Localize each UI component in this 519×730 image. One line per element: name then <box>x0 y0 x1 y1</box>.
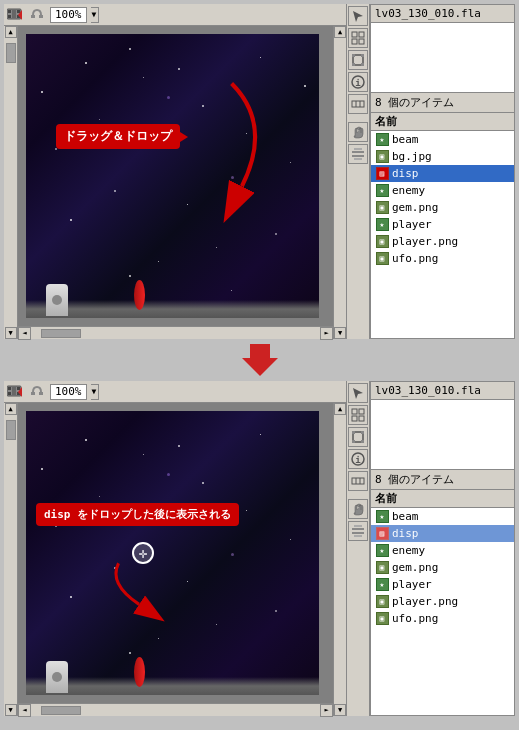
library-items-1: ★ beam ▣ bg.jpg ▨ disp ★ enemy ▣ gem.p <box>371 131 514 338</box>
svg-rect-8 <box>39 15 43 18</box>
lib-icon-ufopng-1: ▣ <box>375 252 389 266</box>
lib-label-enemy-2: enemy <box>392 544 425 557</box>
lib-label-gempng-2: gem.png <box>392 561 438 574</box>
tool-transform-2[interactable] <box>348 427 368 447</box>
library-count-1: 8 個のアイテム <box>371 93 514 113</box>
lib-label-ufopng-2: ufo.png <box>392 612 438 625</box>
svg-rect-3 <box>8 15 11 18</box>
vscroll-track-1 <box>5 38 17 327</box>
lib-label-beam-1: beam <box>392 133 419 146</box>
film-icon-2 <box>6 384 24 400</box>
lib-item-beam-1[interactable]: ★ beam <box>371 131 514 148</box>
tool-hand[interactable] <box>348 122 368 142</box>
between-arrow <box>4 345 515 375</box>
lib-icon-disp-1: ▨ <box>375 167 389 181</box>
hscroll-right-2[interactable]: ► <box>320 704 333 717</box>
library-header-1: 名前 <box>371 113 514 131</box>
zoom-value-2[interactable]: 100% <box>50 384 87 400</box>
tool-info-2[interactable]: i <box>348 449 368 469</box>
tool-layers[interactable] <box>348 144 368 164</box>
svg-rect-55 <box>352 532 364 534</box>
svg-rect-25 <box>352 151 364 153</box>
hscroll-right-1[interactable]: ► <box>320 327 333 340</box>
svg-rect-13 <box>352 39 357 44</box>
svg-rect-2 <box>17 10 20 13</box>
tool-info[interactable]: i <box>348 72 368 92</box>
lib-icon-enemy-2: ★ <box>375 544 389 558</box>
lib-item-gempng-1[interactable]: ▣ gem.png <box>371 199 514 216</box>
magnet-icon-2 <box>28 384 46 400</box>
svg-rect-17 <box>361 54 364 57</box>
hscroll-2[interactable]: ◄ ► <box>18 703 333 716</box>
lib-item-ufopng-1[interactable]: ▣ ufo.png <box>371 250 514 267</box>
canvas-main-2: ✛ disp をドロップした後に表示される <box>18 403 333 716</box>
lib-item-player-2[interactable]: ★ player <box>371 576 514 593</box>
hscroll-left-1[interactable]: ◄ <box>18 327 31 340</box>
vscroll-track-2 <box>5 415 17 704</box>
tool-arrow[interactable] <box>348 6 368 26</box>
svg-rect-56 <box>354 525 362 527</box>
lib-item-bgjpg-1[interactable]: ▣ bg.jpg <box>371 148 514 165</box>
svg-rect-32 <box>8 392 11 395</box>
svg-rect-11 <box>352 32 357 37</box>
toolbar-2: 100% ▼ <box>4 381 346 403</box>
svg-marker-39 <box>353 388 363 399</box>
callout-1: ドラッグ＆ドロップ <box>56 124 180 149</box>
lib-icon-gempng-2: ▣ <box>375 561 389 575</box>
lib-item-ufopng-2[interactable]: ▣ ufo.png <box>371 610 514 627</box>
main-container: 100% ▼ ▲ ▼ <box>0 0 519 730</box>
lib-item-disp-2[interactable]: ▨ disp <box>371 525 514 542</box>
svg-rect-14 <box>359 39 364 44</box>
tool-grid[interactable] <box>348 28 368 48</box>
svg-rect-22 <box>352 101 364 107</box>
svg-rect-37 <box>39 392 43 395</box>
zoom-dropdown-1[interactable]: ▼ <box>91 7 99 23</box>
tool-resize-2[interactable] <box>348 471 368 491</box>
canvas-main-1: ドラッグ＆ドロップ ◄ ► <box>18 26 333 339</box>
stage-bg-1: ドラッグ＆ドロップ <box>26 34 319 318</box>
hscroll-left-2[interactable]: ◄ <box>18 704 31 717</box>
hscroll-1[interactable]: ◄ ► <box>18 326 333 339</box>
lib-label-beam-2: beam <box>392 510 419 523</box>
svg-text:i: i <box>355 455 361 465</box>
svg-rect-26 <box>352 155 364 157</box>
stage-bg-2: ✛ disp をドロップした後に表示される <box>26 411 319 695</box>
lib-item-enemy-2[interactable]: ★ enemy <box>371 542 514 559</box>
svg-rect-47 <box>352 440 355 443</box>
vscroll-right-1[interactable]: ▲ ▼ <box>333 26 346 339</box>
tool-layers-2[interactable] <box>348 521 368 541</box>
svg-rect-41 <box>359 409 364 414</box>
tool-transform[interactable] <box>348 50 368 70</box>
tool-grid-2[interactable] <box>348 405 368 425</box>
svg-rect-43 <box>359 416 364 421</box>
library-items-2: ★ beam ▨ disp ★ enemy ▣ gem.png ★ play <box>371 508 514 715</box>
lib-item-beam-2[interactable]: ★ beam <box>371 508 514 525</box>
zoom-dropdown-2[interactable]: ▼ <box>91 384 99 400</box>
svg-rect-19 <box>361 63 364 66</box>
lib-item-player-1[interactable]: ★ player <box>371 216 514 233</box>
lib-item-gempng-2[interactable]: ▣ gem.png <box>371 559 514 576</box>
lib-item-disp-1[interactable]: ▨ disp <box>371 165 514 182</box>
library-title-2: lv03_130_010.fla <box>371 382 514 400</box>
lib-label-player-2: player <box>392 578 432 591</box>
library-preview-1 <box>371 23 514 93</box>
vscroll-2[interactable]: ▲ ▼ <box>4 403 18 716</box>
lib-item-enemy-1[interactable]: ★ enemy <box>371 182 514 199</box>
vscroll-1[interactable]: ▲ ▼ <box>4 26 18 339</box>
lib-item-playerpng-1[interactable]: ▣ player.png <box>371 233 514 250</box>
zoom-value-1[interactable]: 100% <box>50 7 87 23</box>
tool-hand-2[interactable] <box>348 499 368 519</box>
lib-label-bgjpg-1: bg.jpg <box>392 150 432 163</box>
library-panel-2: lv03_130_010.fla 8 個のアイテム 名前 ★ beam ▨ di… <box>370 381 515 716</box>
vscroll-right-2[interactable]: ▲ ▼ <box>333 403 346 716</box>
lib-label-ufopng-1: ufo.png <box>392 252 438 265</box>
lib-icon-beam-2: ★ <box>375 510 389 524</box>
library-panel-1: lv03_130_010.fla 8 個のアイテム 名前 ★ beam ▣ bg… <box>370 4 515 339</box>
lib-icon-beam-1: ★ <box>375 133 389 147</box>
tool-resize[interactable] <box>348 94 368 114</box>
lib-item-playerpng-2[interactable]: ▣ player.png <box>371 593 514 610</box>
library-count-2: 8 個のアイテム <box>371 470 514 490</box>
lib-icon-bgjpg-1: ▣ <box>375 150 389 164</box>
tool-arrow-2[interactable] <box>348 383 368 403</box>
svg-text:i: i <box>355 78 361 88</box>
